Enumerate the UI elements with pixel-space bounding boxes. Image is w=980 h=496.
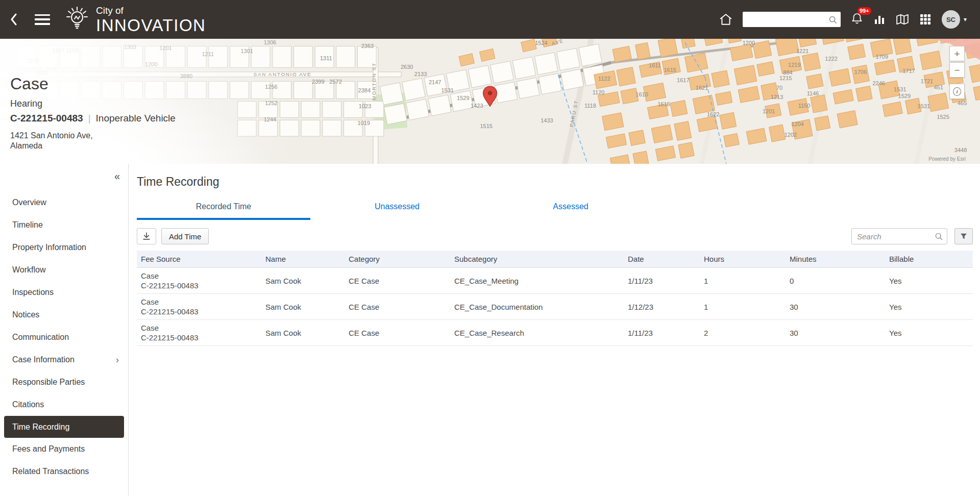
map-parcel-label: 3448 bbox=[954, 147, 967, 153]
map-info-button[interactable]: i bbox=[949, 84, 965, 99]
sidebar-item-label: Responsible Parties bbox=[12, 378, 85, 387]
sidebar-item-related-transactions[interactable]: Related Transactions bbox=[0, 460, 128, 483]
map-parcel-label: 1202 bbox=[785, 132, 797, 138]
map-parcel-label: 1531 bbox=[441, 87, 454, 93]
cell-fee-source: CaseC-221215-00483 bbox=[137, 320, 261, 346]
sidebar: « OverviewTimelineProperty InformationWo… bbox=[0, 164, 129, 496]
map-parcel-label: 1531 bbox=[918, 103, 930, 109]
table-search-input[interactable] bbox=[856, 232, 935, 241]
apps-grid-icon[interactable] bbox=[919, 13, 932, 26]
cell-date: 1/11/23 bbox=[624, 320, 700, 346]
column-header-fee-source[interactable]: Fee Source bbox=[137, 251, 261, 268]
map-parcel-label: 1252 bbox=[265, 100, 278, 106]
global-search-input[interactable] bbox=[746, 15, 828, 24]
map-parcel-label: 1621 bbox=[696, 85, 708, 91]
column-header-subcategory[interactable]: Subcategory bbox=[450, 251, 624, 268]
user-menu[interactable]: SC ▾ bbox=[942, 10, 967, 29]
tab-strip: Recorded TimeUnassessedAssessed bbox=[137, 202, 973, 220]
tab-assessed[interactable]: Assessed bbox=[484, 202, 657, 220]
sidebar-item-property-information[interactable]: Property Information bbox=[0, 236, 128, 259]
sidebar-item-responsible-parties[interactable]: Responsible Parties bbox=[0, 371, 128, 393]
table-row[interactable]: CaseC-221215-00483Sam CookCE CaseCE_Case… bbox=[137, 320, 973, 346]
map-parcel-label: 1709 bbox=[876, 54, 889, 60]
sidebar-item-citations[interactable]: Citations bbox=[0, 393, 128, 416]
bar-chart-icon[interactable] bbox=[873, 13, 886, 26]
sidebar-item-label: Timeline bbox=[12, 220, 43, 230]
column-header-category[interactable]: Category bbox=[345, 251, 450, 268]
sidebar-item-communication[interactable]: Communication bbox=[0, 326, 128, 349]
avatar[interactable]: SC bbox=[942, 10, 960, 29]
cell-date: 1/11/23 bbox=[624, 268, 700, 294]
map-parcel-label: 70 bbox=[776, 85, 782, 91]
map-parcel-label: 1529 bbox=[898, 93, 911, 99]
cell-fee-source: CaseC-221215-00483 bbox=[137, 294, 261, 320]
map-parcel-label: 1531 bbox=[894, 86, 906, 92]
sidebar-item-timeline[interactable]: Timeline bbox=[0, 214, 128, 236]
cell-hours: 1 bbox=[700, 294, 786, 320]
map-parcel-label: 1150 bbox=[798, 103, 811, 109]
column-header-hours[interactable]: Hours bbox=[700, 251, 786, 268]
sidebar-collapse-button[interactable]: « bbox=[114, 171, 120, 181]
map-parcel-label: 1615 bbox=[664, 67, 676, 73]
app-logo: City of INNOVATION bbox=[63, 6, 206, 34]
map-parcel-label: 1019 bbox=[357, 120, 370, 126]
add-time-button[interactable]: Add Time bbox=[161, 228, 209, 244]
sidebar-item-label: Time Recording bbox=[12, 423, 69, 432]
notifications-button[interactable]: 99+ bbox=[851, 12, 863, 27]
column-header-date[interactable]: Date bbox=[624, 251, 700, 268]
column-header-name[interactable]: Name bbox=[261, 251, 345, 268]
home-icon[interactable] bbox=[719, 13, 732, 26]
column-header-minutes[interactable]: Minutes bbox=[786, 251, 885, 268]
search-icon[interactable] bbox=[935, 232, 943, 240]
map-parcel-label: 1303 bbox=[124, 44, 136, 50]
table-row[interactable]: CaseC-221215-00483Sam CookCE CaseCE_Case… bbox=[137, 294, 973, 320]
sidebar-item-label: Property Information bbox=[12, 243, 86, 252]
map-parcel-label: 1622 bbox=[707, 111, 720, 117]
map-parcel-label: 2399 bbox=[312, 79, 325, 85]
sidebar-item-inspections[interactable]: Inspections bbox=[0, 281, 128, 304]
sidebar-item-label: Related Transactions bbox=[12, 467, 89, 476]
sidebar-item-fees-and-payments[interactable]: Fees and Payments bbox=[0, 438, 128, 460]
zoom-out-button[interactable]: − bbox=[949, 62, 965, 78]
map-parcel-label: 1306 bbox=[264, 39, 277, 45]
map-parcel-label: 1023 bbox=[359, 103, 372, 109]
case-subtype: Inoperable Vehicle bbox=[96, 113, 176, 124]
global-search bbox=[743, 12, 841, 27]
sidebar-item-overview[interactable]: Overview bbox=[0, 191, 128, 214]
zoom-in-button[interactable]: + bbox=[949, 46, 965, 61]
tab-unassessed[interactable]: Unassessed bbox=[310, 202, 484, 220]
map-parcel-label: 2384 bbox=[358, 87, 371, 93]
chevron-down-icon[interactable]: ▾ bbox=[964, 16, 967, 23]
menu-icon[interactable] bbox=[35, 14, 50, 25]
filter-button[interactable] bbox=[954, 228, 973, 244]
map-parcel-label: 1219 bbox=[788, 62, 801, 68]
cell-fee-source: CaseC-221215-00483 bbox=[137, 268, 261, 294]
map-icon[interactable] bbox=[896, 13, 909, 26]
divider: | bbox=[88, 113, 91, 124]
download-icon bbox=[141, 231, 152, 241]
sidebar-item-workflow[interactable]: Workflow bbox=[0, 259, 128, 281]
map-parcel-label: 1100 bbox=[27, 58, 39, 64]
column-header-billable[interactable]: Billable bbox=[885, 251, 973, 268]
map-attribution: Powered by Esri bbox=[928, 156, 966, 162]
download-button[interactable] bbox=[137, 228, 156, 244]
search-icon[interactable] bbox=[828, 15, 837, 24]
table-search bbox=[851, 228, 947, 244]
map-parcel-label: 1213 bbox=[771, 94, 783, 100]
tab-recorded-time[interactable]: Recorded Time bbox=[137, 202, 310, 220]
map-parcel-label: 1146 bbox=[807, 90, 819, 96]
time-recording-table: Fee SourceNameCategorySubcategoryDateHou… bbox=[137, 251, 973, 346]
sidebar-item-case-information[interactable]: Case Information› bbox=[0, 349, 128, 371]
map-parcel-label: 1611 bbox=[649, 62, 661, 68]
sidebar-item-time-recording[interactable]: Time Recording bbox=[4, 416, 124, 438]
chevron-left-icon bbox=[10, 13, 18, 26]
cell-date: 1/12/23 bbox=[624, 294, 700, 320]
case-type: Hearing bbox=[10, 98, 176, 109]
cell-name: Sam Cook bbox=[261, 268, 345, 294]
section-title: Time Recording bbox=[137, 175, 973, 189]
sidebar-item-notices[interactable]: Notices bbox=[0, 304, 128, 326]
table-row[interactable]: CaseC-221215-00483Sam CookCE CaseCE_Case… bbox=[137, 268, 973, 294]
chevron-right-icon: › bbox=[116, 355, 119, 364]
map-parcel-label: 1215 bbox=[779, 75, 792, 81]
back-button[interactable] bbox=[0, 0, 28, 39]
